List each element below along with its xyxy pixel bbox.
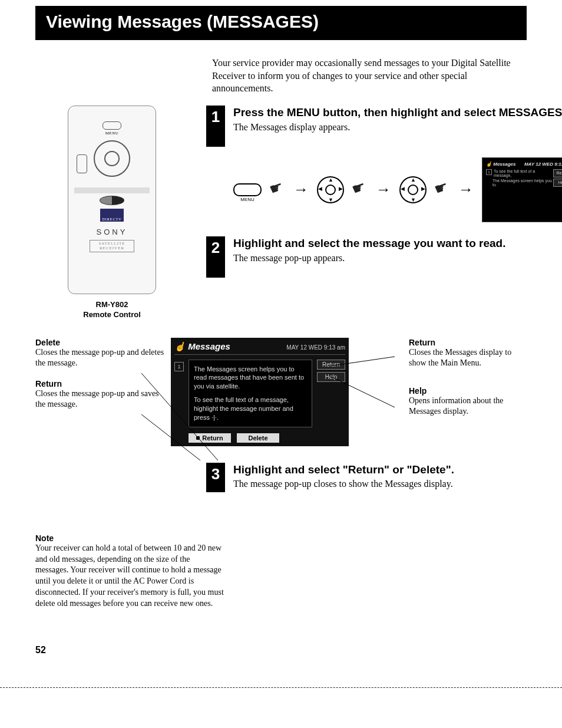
dpad-select-icon: ▲▼◀▶ <box>399 176 427 203</box>
page-number: 52 <box>35 645 527 655</box>
mini-help-button: Help <box>553 179 562 187</box>
step-1: 1 Press the MENU button, then highlight … <box>206 106 562 147</box>
bottom-rule <box>0 687 562 688</box>
remote-sat-badge: SATELLITE RECEIVER <box>90 240 134 252</box>
step-1-flow-diagram: → ▲▼◀▶ → ▲▼◀▶ → ☝ Messages MAY 12 WED 9:… <box>233 157 562 222</box>
hand-icon <box>270 182 285 197</box>
remote-model: RM-Y802 <box>35 300 189 310</box>
svg-line-2 <box>330 357 395 366</box>
popup-delete-softkey: Delete <box>237 433 279 443</box>
step-1-subtext: The Messages display appears. <box>233 122 562 133</box>
menu-button-icon <box>233 183 262 196</box>
callout-return-right: Return Closes the Messages display to sh… <box>409 338 527 368</box>
mini-return-button: Return <box>553 169 562 177</box>
svg-line-3 <box>330 376 395 407</box>
note-block: Note Your receiver can hold a total of b… <box>35 533 224 610</box>
arrow-icon: → <box>376 180 391 199</box>
step-number-1: 1 <box>206 106 225 147</box>
step-3: 3 Highlight and select "Return" or "Dele… <box>206 463 527 492</box>
step-1-title: Press the MENU button, then highlight an… <box>233 106 562 120</box>
dpad-icon: ▲▼◀▶ <box>317 176 344 203</box>
remote-vol-rocker <box>77 154 87 173</box>
step-3-title: Highlight and select "Return" or "Delete… <box>233 463 527 477</box>
arrow-icon: → <box>458 180 474 199</box>
remote-menu-button <box>103 121 121 130</box>
remote-control-image: MENU DIRECTV SONY SATELLITE RECEIVER <box>68 106 156 294</box>
arrow-icon: → <box>293 180 309 199</box>
directv-logo: DIRECTV <box>100 209 124 222</box>
step-3-subtext: The message pop-up closes to show the Me… <box>233 479 527 489</box>
step-number-2: 2 <box>206 236 225 278</box>
remote-power-button <box>100 196 124 205</box>
leader-line <box>330 373 401 414</box>
intro-paragraph: Your service provider may occasionally s… <box>212 57 527 95</box>
note-body: Your receiver can hold a total of betwee… <box>35 543 224 610</box>
svg-line-1 <box>141 414 200 460</box>
callout-delete: Delete Closes the message pop-up and del… <box>35 338 165 368</box>
step-2-title: Highlight and select the message you wan… <box>233 236 562 251</box>
callout-help: Help Opens information about the Message… <box>409 386 527 417</box>
hand-icon <box>352 182 368 197</box>
remote-dpad <box>94 140 130 177</box>
messages-screen-thumbnail: ☝ Messages MAY 12 WED 9:13 am Return 1To… <box>482 157 562 222</box>
step-2: 2 Highlight and select the message you w… <box>206 236 562 278</box>
page-title: Viewing Messages (MESSAGES) <box>35 6 527 40</box>
leader-line <box>141 409 206 467</box>
step-2-subtext: The message pop-up appears. <box>233 253 562 263</box>
remote-menu-label: MENU <box>68 131 156 136</box>
remote-caption: Remote Control <box>35 310 189 320</box>
hand-icon <box>435 182 450 197</box>
note-title: Note <box>35 533 224 543</box>
sony-logo: SONY <box>68 228 156 236</box>
